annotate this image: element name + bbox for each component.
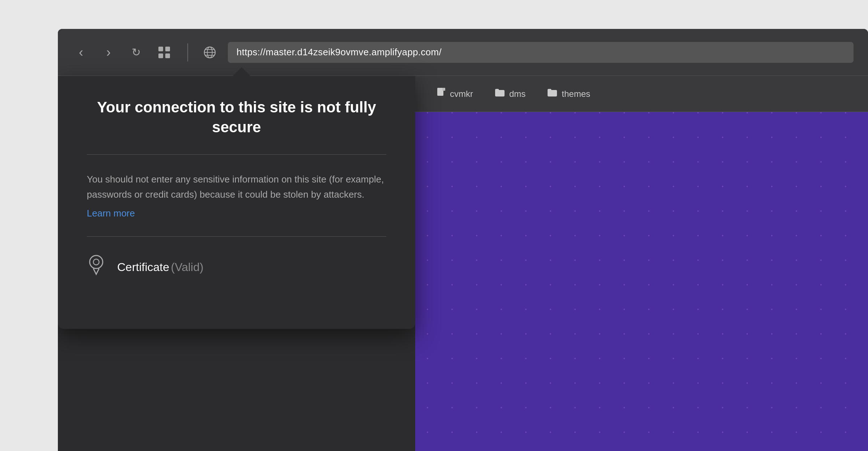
bookmark-themes[interactable]: themes bbox=[547, 88, 590, 99]
popup-pointer bbox=[231, 67, 252, 77]
svg-point-12 bbox=[93, 259, 99, 265]
svg-rect-1 bbox=[165, 47, 170, 51]
folder-icon-dms bbox=[495, 88, 505, 99]
certificate-icon bbox=[87, 254, 106, 280]
certificate-text: Certificate (Valid) bbox=[117, 261, 204, 274]
popup-title: Your connection to this site is not full… bbox=[87, 98, 386, 137]
back-icon: ‹ bbox=[79, 45, 83, 60]
popup-body: You should not enter any sensitive infor… bbox=[87, 172, 386, 202]
svg-rect-10 bbox=[442, 88, 445, 91]
refresh-icon: ↻ bbox=[132, 46, 141, 59]
certificate-row[interactable]: Certificate (Valid) bbox=[87, 254, 386, 280]
forward-icon: › bbox=[106, 45, 111, 60]
forward-button[interactable]: › bbox=[100, 44, 117, 61]
back-button[interactable]: ‹ bbox=[72, 44, 90, 61]
popup-divider-top bbox=[87, 154, 386, 155]
security-popup: Your connection to this site is not full… bbox=[58, 76, 415, 329]
bookmark-dms[interactable]: dms bbox=[495, 88, 526, 99]
toolbar-divider bbox=[187, 43, 188, 61]
globe-icon bbox=[202, 44, 218, 60]
svg-point-11 bbox=[90, 255, 103, 269]
folder-icon-themes bbox=[547, 88, 557, 99]
purple-background bbox=[415, 76, 868, 451]
document-icon bbox=[437, 87, 446, 100]
popup-divider-bottom bbox=[87, 236, 386, 237]
learn-more-link[interactable]: Learn more bbox=[87, 208, 135, 219]
browser-window: ‹ › ↻ https://m bbox=[58, 29, 868, 451]
bookmark-themes-label: themes bbox=[562, 89, 590, 99]
svg-rect-0 bbox=[158, 47, 163, 51]
svg-rect-2 bbox=[158, 53, 163, 58]
browser-content: cvmkr dms themes bbox=[58, 76, 868, 451]
bookmark-cvmkr-label: cvmkr bbox=[450, 89, 473, 99]
bookmark-dms-label: dms bbox=[509, 89, 526, 99]
url-text: https://master.d14zseik9ovmve.amplifyapp… bbox=[237, 47, 442, 58]
certificate-label: Certificate bbox=[117, 261, 169, 274]
certificate-status: (Valid) bbox=[171, 261, 204, 274]
browser-toolbar: ‹ › ↻ https://m bbox=[58, 29, 868, 76]
refresh-button[interactable]: ↻ bbox=[127, 44, 145, 61]
grid-icon bbox=[158, 46, 171, 59]
url-bar[interactable]: https://master.d14zseik9ovmve.amplifyapp… bbox=[228, 42, 854, 63]
bookmark-cvmkr[interactable]: cvmkr bbox=[437, 87, 473, 100]
bookmarks-bar: cvmkr dms themes bbox=[415, 76, 868, 112]
svg-rect-3 bbox=[165, 53, 170, 58]
grid-button[interactable] bbox=[155, 43, 174, 62]
